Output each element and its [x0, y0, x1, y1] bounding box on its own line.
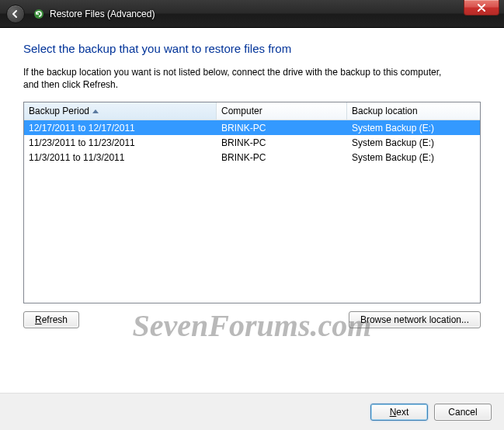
refresh-button[interactable]: Refresh: [23, 311, 79, 328]
table-row[interactable]: 11/23/2011 to 11/23/2011BRINK-PCSystem B…: [24, 135, 480, 150]
table-row[interactable]: 12/17/2011 to 12/17/2011BRINK-PCSystem B…: [24, 120, 480, 135]
table-cell: System Backup (E:): [347, 152, 480, 163]
table-row[interactable]: 11/3/2011 to 11/3/2011BRINK-PCSystem Bac…: [24, 150, 480, 165]
close-button[interactable]: [464, 0, 499, 16]
content-area: Select the backup that you want to resto…: [0, 28, 504, 393]
listview-body: 12/17/2011 to 12/17/2011BRINK-PCSystem B…: [24, 120, 480, 303]
table-cell: 11/23/2011 to 11/23/2011: [24, 137, 217, 148]
column-label: Computer: [221, 106, 262, 116]
titlebar: Restore Files (Advanced): [0, 0, 504, 28]
column-label: Backup Period: [29, 106, 89, 116]
table-cell: System Backup (E:): [347, 137, 480, 148]
next-button[interactable]: Next: [370, 404, 428, 421]
footer-button-bar: Next Cancel: [0, 393, 504, 430]
instructions-text: If the backup location you want is not l…: [23, 66, 458, 91]
window: Restore Files (Advanced) Select the back…: [0, 0, 504, 430]
table-cell: BRINK-PC: [217, 123, 347, 134]
backup-listview[interactable]: Backup Period Computer Backup location 1…: [23, 102, 481, 303]
column-label: Backup location: [352, 106, 418, 116]
listview-header: Backup Period Computer Backup location: [24, 102, 480, 120]
column-backup-location[interactable]: Backup location: [347, 102, 480, 120]
restore-files-icon: [33, 8, 45, 20]
table-cell: BRINK-PC: [217, 137, 347, 148]
mid-button-row: Refresh Browse network location...: [23, 311, 481, 328]
column-computer[interactable]: Computer: [217, 102, 347, 120]
back-button[interactable]: [6, 5, 25, 23]
cancel-button[interactable]: Cancel: [434, 404, 492, 421]
close-icon: [477, 4, 486, 12]
page-heading: Select the backup that you want to resto…: [23, 42, 481, 55]
sort-ascending-icon: [92, 109, 99, 113]
window-title: Restore Files (Advanced): [50, 9, 155, 19]
table-cell: BRINK-PC: [217, 152, 347, 163]
table-cell: 12/17/2011 to 12/17/2011: [24, 123, 217, 134]
back-arrow-icon: [11, 9, 20, 19]
browse-network-button[interactable]: Browse network location...: [349, 311, 481, 328]
column-backup-period[interactable]: Backup Period: [24, 102, 217, 120]
table-cell: 11/3/2011 to 11/3/2011: [24, 152, 217, 163]
table-cell: System Backup (E:): [347, 123, 480, 134]
